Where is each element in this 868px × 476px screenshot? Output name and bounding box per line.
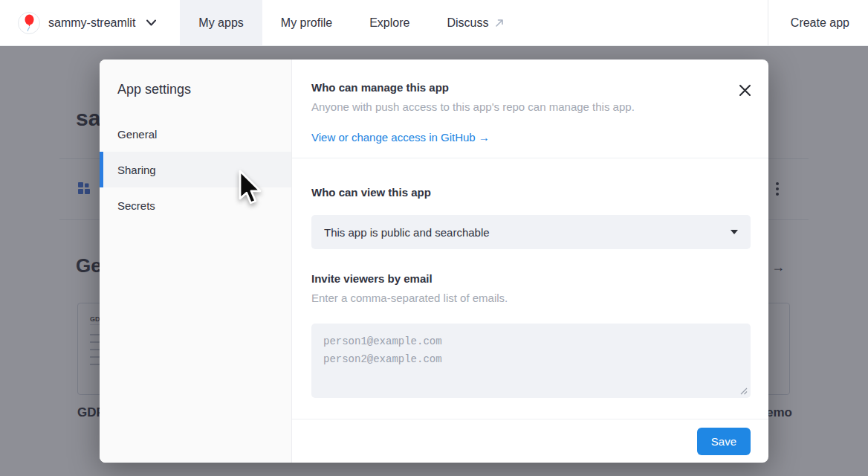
chevron-down-icon[interactable]	[146, 19, 156, 26]
nav-tab-label: Explore	[369, 16, 409, 30]
create-app-label: Create app	[791, 16, 849, 30]
top-navigation-bar: sammy-streamlit My apps My profile Explo…	[0, 0, 868, 46]
external-link-icon	[494, 18, 505, 28]
mouse-cursor	[238, 170, 263, 207]
nav-tab-label: My profile	[281, 16, 332, 30]
github-access-link[interactable]: View or change access in GitHub →	[311, 131, 490, 144]
close-icon[interactable]	[736, 82, 753, 98]
manage-heading: Who can manage this app	[311, 81, 716, 94]
save-button[interactable]: Save	[697, 428, 751, 455]
workspace-selector[interactable]: sammy-streamlit	[0, 0, 156, 45]
visibility-dropdown[interactable]: This app is public and searchable	[311, 215, 751, 249]
nav-tab-discuss[interactable]: Discuss	[428, 0, 523, 45]
view-access-section: Who can view this app This app is public…	[292, 158, 768, 419]
create-app-button[interactable]: Create app	[768, 0, 868, 45]
resize-grip-icon[interactable]	[740, 387, 748, 395]
settings-nav-general[interactable]: General	[100, 116, 291, 152]
nav-tabs: My apps My profile Explore Discuss	[180, 0, 523, 45]
nav-tab-label: My apps	[198, 16, 243, 30]
settings-nav-label: Secrets	[117, 199, 155, 212]
nav-tab-my-profile[interactable]: My profile	[262, 0, 351, 45]
settings-nav-label: General	[117, 128, 157, 141]
app-settings-modal: App settings General Sharing Secrets Who…	[100, 60, 768, 463]
visibility-dropdown-value: This app is public and searchable	[324, 226, 490, 239]
view-heading: Who can view this app	[311, 186, 751, 199]
manage-access-section: Who can manage this app Anyone with push…	[292, 60, 768, 158]
modal-footer: Save	[292, 419, 768, 463]
textarea-placeholder-line: person2@example.com	[323, 350, 739, 368]
nav-tab-my-apps[interactable]: My apps	[180, 0, 262, 45]
caret-down-icon	[731, 230, 738, 234]
textarea-placeholder-line: person1@example.com	[323, 332, 739, 350]
modal-title: App settings	[100, 60, 291, 97]
workspace-avatar	[18, 12, 40, 34]
sharing-settings-panel: Who can manage this app Anyone with push…	[292, 60, 768, 463]
manage-description: Anyone with push access to this app's re…	[311, 100, 716, 113]
app-settings-sidebar: App settings General Sharing Secrets	[100, 60, 292, 463]
balloon-icon	[23, 14, 36, 32]
invite-description: Enter a comma-separated list of emails.	[311, 292, 751, 304]
settings-nav-label: Sharing	[117, 164, 156, 176]
workspace-name: sammy-streamlit	[48, 16, 135, 30]
nav-tab-label: Discuss	[447, 16, 488, 30]
nav-tab-explore[interactable]: Explore	[351, 0, 428, 45]
invite-emails-textarea[interactable]: person1@example.com person2@example.com	[311, 324, 751, 398]
invite-heading: Invite viewers by email	[311, 272, 751, 285]
